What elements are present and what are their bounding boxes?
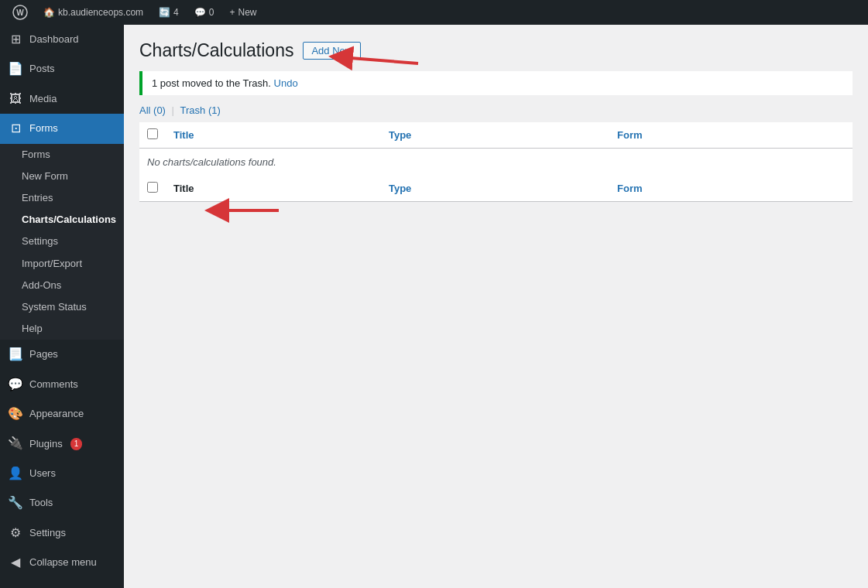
sidebar-item-tools[interactable]: 🔧 Tools: [0, 488, 124, 518]
submenu-label: Help: [22, 322, 43, 336]
select-all-footer-column: [139, 176, 166, 202]
type-footer-label: Type: [389, 183, 411, 194]
submenu-label: Entries: [22, 191, 53, 205]
sidebar-item-plugins[interactable]: 🔌 Plugins 1: [0, 429, 124, 458]
sidebar: ⊞ Dashboard 📄 Posts 🖼 Media ⊡ Forms Form…: [0, 25, 124, 588]
notice-text: 1 post moved to the Trash.: [152, 77, 271, 89]
sidebar-item-settings[interactable]: ⚙ Settings: [0, 518, 124, 548]
submenu-label: Forms: [22, 148, 50, 162]
sidebar-item-dashboard[interactable]: ⊞ Dashboard: [0, 25, 124, 54]
sidebar-item-label: Settings: [29, 526, 66, 540]
form-column-header[interactable]: Form: [609, 122, 853, 149]
dashboard-icon: ⊞: [8, 31, 23, 48]
submenu-item-settings[interactable]: Settings: [0, 231, 124, 252]
submenu-item-new-form[interactable]: New Form: [0, 166, 124, 187]
sidebar-item-label: Tools: [29, 496, 53, 510]
table-header: Title Type Form: [139, 122, 853, 149]
submenu-item-charts[interactable]: Charts/Calculations: [0, 209, 124, 231]
page-header: Charts/Calculations Add New: [139, 40, 853, 62]
select-all-checkbox[interactable]: [147, 128, 158, 139]
submenu-item-system-status[interactable]: System Status: [0, 296, 124, 318]
comments-icon: 💬: [194, 7, 206, 18]
new-label: New: [238, 7, 256, 18]
sidebar-item-posts[interactable]: 📄 Posts: [0, 54, 124, 84]
submenu-label: Settings: [22, 234, 58, 248]
plugins-icon: 🔌: [8, 435, 23, 452]
submenu-label: New Form: [22, 169, 68, 183]
sidebar-item-label: Media: [29, 92, 57, 106]
select-all-footer-checkbox[interactable]: [147, 182, 158, 193]
empty-row: No charts/calculations found.: [139, 148, 853, 176]
sidebar-item-label: Collapse menu: [29, 556, 97, 569]
sidebar-item-pages[interactable]: 📃 Pages: [0, 340, 124, 369]
table-body: No charts/calculations found.: [139, 148, 853, 176]
sidebar-item-media[interactable]: 🖼 Media: [0, 84, 124, 114]
pages-icon: 📃: [8, 346, 23, 363]
table-footer: Title Type Form: [139, 176, 853, 202]
wp-logo-item[interactable]: W: [6, 0, 34, 25]
forms-submenu: Forms New Form Entries Charts/Calculatio…: [0, 144, 124, 340]
select-all-column: [139, 122, 166, 149]
updates-link[interactable]: 🔄 4: [153, 0, 185, 25]
sidebar-item-comments[interactable]: 💬 Comments: [0, 370, 124, 399]
home-icon: 🏠: [43, 7, 55, 18]
site-link[interactable]: 🏠 kb.audienceops.com: [37, 0, 149, 25]
svg-text:W: W: [16, 9, 24, 17]
submenu-label: System Status: [22, 300, 87, 314]
trash-notice: 1 post moved to the Trash. Undo: [139, 71, 853, 95]
sidebar-item-label: Pages: [29, 347, 58, 361]
comments-nav-icon: 💬: [8, 376, 23, 393]
page-title: Charts/Calculations: [139, 40, 293, 62]
filter-separator: |: [172, 104, 177, 116]
all-filter-link[interactable]: All (0): [139, 104, 166, 116]
sidebar-item-appearance[interactable]: 🎨 Appearance: [0, 399, 124, 429]
submenu-item-entries[interactable]: Entries: [0, 187, 124, 209]
sidebar-item-label: Posts: [29, 62, 55, 76]
wordpress-icon: W: [12, 5, 28, 20]
update-count: 4: [173, 7, 179, 18]
sidebar-item-collapse[interactable]: ◀ Collapse menu: [0, 548, 124, 577]
site-url: kb.audienceops.com: [58, 7, 143, 18]
title-column-header[interactable]: Title: [166, 122, 381, 149]
submenu-item-forms[interactable]: Forms: [0, 144, 124, 166]
admin-bar: W 🏠 kb.audienceops.com 🔄 4 💬 0 + New: [0, 0, 868, 25]
plugins-badge: 1: [70, 438, 83, 450]
sidebar-item-label: Forms: [29, 121, 58, 135]
submenu-label: Add-Ons: [22, 279, 61, 292]
add-new-button[interactable]: Add New: [303, 42, 361, 60]
submenu-label: Charts/Calculations: [22, 213, 116, 227]
comments-link[interactable]: 💬 0: [188, 0, 221, 25]
submenu-item-help[interactable]: Help: [0, 318, 124, 340]
type-footer-header[interactable]: Type: [381, 176, 609, 202]
collapse-icon: ◀: [8, 554, 23, 571]
submenu-item-add-ons[interactable]: Add-Ons: [0, 275, 124, 296]
sidebar-item-users[interactable]: 👤 Users: [0, 459, 124, 488]
updates-icon: 🔄: [159, 7, 170, 18]
comment-count: 0: [209, 7, 214, 18]
tools-icon: 🔧: [8, 494, 23, 511]
empty-message: No charts/calculations found.: [139, 148, 853, 176]
users-icon: 👤: [8, 465, 23, 482]
title-footer-header[interactable]: Title: [166, 176, 381, 202]
posts-icon: 📄: [8, 60, 23, 77]
plus-icon: +: [229, 7, 235, 18]
undo-link[interactable]: Undo: [274, 77, 298, 89]
sidebar-item-label: Plugins: [29, 437, 63, 451]
sidebar-item-label: Users: [29, 467, 56, 480]
sidebar-item-forms[interactable]: ⊡ Forms: [0, 114, 124, 143]
submenu-item-import-export[interactable]: Import/Export: [0, 253, 124, 275]
type-column-header[interactable]: Type: [381, 122, 609, 149]
new-content-link[interactable]: + New: [223, 0, 262, 25]
sidebar-item-label: Dashboard: [29, 32, 79, 46]
sidebar-item-label: Appearance: [29, 407, 84, 421]
media-icon: 🖼: [8, 91, 23, 108]
appearance-icon: 🎨: [8, 405, 23, 422]
form-footer-label: Form: [617, 183, 643, 194]
trash-filter-link[interactable]: Trash (1): [180, 104, 221, 116]
filter-bar: All (0) | Trash (1): [139, 104, 853, 116]
forms-icon: ⊡: [8, 120, 23, 137]
charts-table: Title Type Form No charts/calculations f…: [139, 122, 853, 202]
form-footer-header[interactable]: Form: [609, 176, 853, 202]
type-header-label: Type: [389, 129, 411, 141]
settings-icon: ⚙: [8, 525, 23, 542]
